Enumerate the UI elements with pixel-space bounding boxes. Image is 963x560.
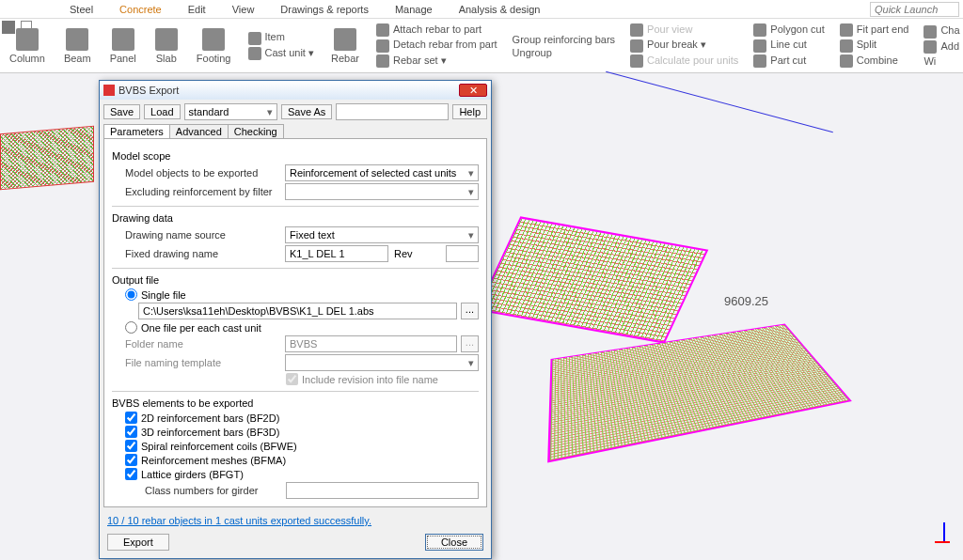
browse-button[interactable]: ... [461, 303, 479, 319]
menu-bar: Steel Concrete Edit View Drawings & repo… [0, 0, 963, 19]
tab-checking[interactable]: Checking [228, 124, 284, 138]
ribbon-rebar-set[interactable]: Rebar set ▾ [376, 54, 497, 68]
elem-lattice-checkbox[interactable] [125, 468, 137, 480]
dialog-titlebar[interactable]: BVBS Export ✕ [100, 81, 491, 100]
ribbon-polygon-cut[interactable]: Polygon cut [753, 23, 824, 37]
menu-edit[interactable]: Edit [175, 4, 219, 15]
menu-analysis[interactable]: Analysis & design [446, 4, 554, 15]
menu-view[interactable]: View [219, 4, 268, 15]
item-icon [248, 32, 261, 45]
ribbon-attach-rebar[interactable]: Attach rebar to part [376, 23, 497, 37]
ribbon-rebar[interactable]: Rebar [322, 19, 369, 72]
dialog-title: BVBS Export [118, 85, 459, 96]
elem-mesh-checkbox[interactable] [125, 454, 137, 466]
beam-icon [66, 28, 88, 51]
ribbon-fit-part[interactable]: Fit part end [840, 23, 909, 37]
exclude-filter-combo[interactable] [285, 183, 479, 200]
elements-heading: BVBS elements to be exported [112, 397, 479, 409]
ribbon-added[interactable]: Add [924, 40, 959, 54]
save-as-input[interactable] [336, 103, 449, 120]
elem-3d-checkbox[interactable] [125, 426, 137, 438]
one-per-radio[interactable] [125, 321, 137, 334]
elem-3d-label: 3D reinforcement bars (BF3D) [141, 427, 279, 438]
elem-2d-checkbox[interactable] [125, 412, 137, 424]
preset-combo[interactable]: standard [184, 103, 277, 120]
elem-spiral-label: Spiral reinforcement coils (BFWE) [141, 441, 297, 452]
help-button[interactable]: Help [452, 104, 487, 119]
single-file-path-input[interactable] [138, 303, 457, 319]
exclude-filter-label: Excluding reinforcement by filter [125, 186, 285, 197]
dialog-icon [103, 85, 115, 96]
ribbon-beam[interactable]: Beam [55, 19, 101, 72]
ribbon-detach-rebar[interactable]: Detach rebar from part [376, 39, 497, 52]
class-numbers-label: Class numbers for girder [145, 485, 286, 496]
ribbon-footing[interactable]: Footing [187, 19, 241, 72]
app-icon [2, 21, 15, 34]
include-rev-checkbox [286, 373, 298, 385]
pourview-icon [630, 23, 643, 37]
fit-icon [840, 23, 853, 37]
menu-manage[interactable]: Manage [382, 4, 446, 15]
ribbon-combine[interactable]: Combine [840, 54, 909, 68]
folder-label: Folder name [125, 338, 285, 350]
ribbon-pour-break[interactable]: Pour break ▾ [630, 39, 738, 52]
mesh-block-2 [547, 324, 852, 463]
tab-advanced[interactable]: Advanced [169, 124, 229, 138]
folder-browse-button: ... [461, 335, 479, 352]
ribbon-group-bars[interactable]: Group reinforcing bars [513, 34, 615, 45]
menu-drawings[interactable]: Drawings & reports [267, 4, 382, 15]
save-button[interactable]: Save [103, 104, 140, 119]
output-file-heading: Output file [112, 274, 479, 286]
fixed-name-label: Fixed drawing name [125, 248, 285, 259]
ribbon-panel[interactable]: Panel [101, 19, 146, 72]
ribbon-chamfer[interactable]: Cha [924, 24, 959, 38]
status-link[interactable]: 10 / 10 rebar objects in 1 cast units ex… [100, 511, 491, 530]
dimension-label: 9609.25 [724, 294, 768, 308]
elem-lattice-label: Lattice girders (BFGT) [141, 469, 244, 480]
tab-parameters[interactable]: Parameters [103, 124, 170, 138]
axis-gizmo[interactable] [935, 522, 954, 551]
folder-input [285, 335, 457, 352]
grid-line [606, 71, 833, 133]
class-numbers-input[interactable] [286, 482, 479, 499]
one-per-label: One file per each cast unit [141, 322, 261, 334]
quick-launch-input[interactable] [870, 2, 959, 17]
elem-spiral-checkbox[interactable] [125, 440, 137, 452]
calc-icon [630, 54, 643, 68]
load-button[interactable]: Load [144, 104, 180, 119]
polycut-icon [753, 23, 766, 37]
elem-2d-label: 2D reinforcement bars (BF2D) [141, 412, 279, 424]
ribbon: Column Beam Panel Slab Footing Item Cast… [0, 19, 963, 73]
drawing-data-heading: Drawing data [112, 212, 479, 224]
add-icon [924, 40, 937, 54]
ribbon-slab[interactable]: Slab [146, 19, 187, 72]
ribbon-ungroup[interactable]: Ungroup [513, 47, 615, 58]
drawing-src-combo[interactable]: Fixed text [285, 226, 479, 243]
selection-tool-icon[interactable] [21, 21, 32, 32]
menu-steel[interactable]: Steel [56, 4, 106, 15]
model-objects-label: Model objects to be exported [125, 167, 285, 179]
cha-icon [924, 25, 937, 39]
fixed-name-input[interactable] [285, 245, 388, 262]
partcut-icon [753, 54, 766, 68]
menu-concrete[interactable]: Concrete [106, 4, 175, 15]
ribbon-split[interactable]: Split [840, 39, 909, 52]
mesh-object-left [0, 126, 94, 191]
split-icon [840, 39, 853, 53]
ribbon-cast-unit[interactable]: Cast unit ▾ [248, 47, 314, 60]
single-file-radio[interactable] [125, 288, 137, 301]
model-objects-combo[interactable]: Reinforcement of selected cast units [285, 164, 479, 181]
save-as-button[interactable]: Save As [281, 104, 332, 119]
close-button[interactable]: ✕ [459, 84, 487, 97]
mesh-block-1 [477, 216, 709, 343]
close-dialog-button[interactable]: Close [425, 534, 483, 551]
elem-mesh-label: Reinforcement meshes (BFMA) [141, 455, 286, 466]
export-button[interactable]: Export [107, 534, 169, 551]
ribbon-item[interactable]: Item [248, 31, 314, 44]
ribbon-line-cut[interactable]: Line cut [753, 39, 824, 52]
include-rev-label: Include revision into file name [302, 374, 438, 385]
ribbon-wi[interactable]: Wi [924, 55, 959, 67]
single-file-label: Single file [141, 289, 186, 301]
rev-input[interactable] [446, 245, 479, 262]
ribbon-part-cut[interactable]: Part cut [753, 54, 824, 68]
